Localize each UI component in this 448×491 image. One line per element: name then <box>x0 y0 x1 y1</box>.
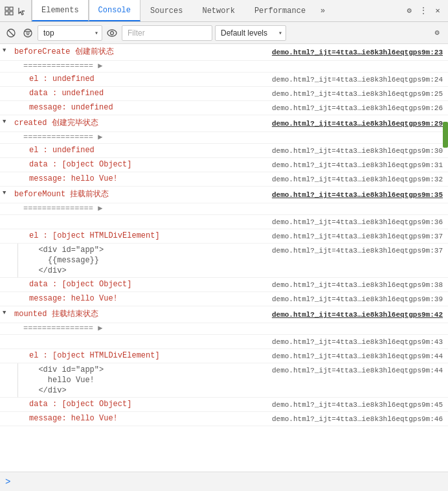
link-38[interactable]: demo.html?_ijt=4tta3…ie8k3hl6eqtgps9m:38 <box>269 278 448 291</box>
expand-gutter[interactable]: ▼ <box>0 117 12 125</box>
link-46[interactable]: demo.html?_ijt=4tta3…ie8k3hl6eqtgps9m:46 <box>269 412 448 426</box>
cursor-icon[interactable] <box>17 6 27 16</box>
tab-overflow[interactable]: » <box>315 0 330 21</box>
link-32[interactable]: demo.html?_ijt=4tta3…ie8k3hl6eqtgps9m:32 <box>269 172 448 186</box>
clear-console-icon[interactable] <box>4 26 18 40</box>
entry-content-36 <box>27 215 269 225</box>
more-icon[interactable]: ⋮ <box>418 6 429 16</box>
entry-30: el : undefined demo.html?_ijt=4tta3…ie8k… <box>0 144 448 158</box>
console-settings-icon[interactable]: ⚙ <box>430 26 444 40</box>
entry-37b: <div id="app"> {{message}} </div> demo.h… <box>0 244 448 278</box>
eye-icon[interactable] <box>105 26 119 40</box>
svg-rect-3 <box>10 12 13 15</box>
gutter <box>0 363 12 365</box>
gutter <box>0 398 12 400</box>
link-44a[interactable]: demo.html?_ijt=4tta3…ie8k3hl6eqtgps9m:44 <box>269 349 448 363</box>
section-header-mounted: ▼ mounted 挂载结束状态 demo.html?_ijt=4tta3…ie… <box>0 306 448 323</box>
link-42[interactable]: demo.html?_ijt=4tta3…ie8k3hl6eqtgps9m:42 <box>269 308 448 321</box>
gutter <box>0 215 12 217</box>
gutter <box>0 132 12 134</box>
indent <box>17 363 27 397</box>
collapse-triangle[interactable]: ▼ <box>3 310 6 316</box>
link-37a[interactable]: demo.html?_ijt=4tta3…ie8k3hl6eqtgps9m:37 <box>269 229 448 243</box>
tab-network[interactable]: Network <box>192 0 244 21</box>
link-25[interactable]: demo.html?_ijt=4tta3…ie8k3hl6eqtgps9m:25 <box>269 87 448 100</box>
gutter <box>0 244 12 246</box>
link-24[interactable]: demo.html?_ijt=4tta3…ie8k3hl6eqtgps9m:24 <box>269 73 448 86</box>
separator-text: =============== ▶ <box>12 61 448 71</box>
entry-content-46: message: hello Vue! <box>27 412 269 425</box>
collapse-triangle[interactable]: ▼ <box>3 119 6 125</box>
entry-26: message: undefined demo.html?_ijt=4tta3…… <box>0 101 448 115</box>
entry-content-44a: el : [object HTMLDivElement] <box>27 349 269 362</box>
svg-line-5 <box>8 30 14 36</box>
expand-gutter[interactable]: ▼ <box>0 308 12 316</box>
entry-content-37b: <div id="app"> {{message}} </div> <box>27 244 269 277</box>
tab-performance[interactable]: Performance <box>245 0 315 21</box>
scrollbar-thumb[interactable] <box>443 122 448 148</box>
link-36[interactable]: demo.html?_ijt=4tta3…ie8k3hl6eqtgps9m:36 <box>269 215 448 229</box>
entry-31: data : [object Object] demo.html?_ijt=4t… <box>0 158 448 172</box>
separator-created: =============== ▶ <box>0 132 448 144</box>
collapse-triangle[interactable]: ▼ <box>3 47 6 54</box>
separator-text: =============== ▶ <box>12 132 448 143</box>
separator-text: =============== ▶ <box>12 203 448 214</box>
link-31[interactable]: demo.html?_ijt=4tta3…ie8k3hl6eqtgps9m:31 <box>269 158 448 172</box>
console-output[interactable]: ▼ beforeCreate 创建前状态 demo.html?_ijt=4tta… <box>0 44 448 472</box>
entry-content-37a: el : [object HTMLDivElement] <box>27 229 269 242</box>
levels-select[interactable]: Default levels <box>215 25 286 41</box>
expand-gutter[interactable]: ▼ <box>0 188 12 196</box>
entry-content-30: el : undefined <box>27 144 269 157</box>
entry-37a: el : [object HTMLDivElement] demo.html?_… <box>0 229 448 244</box>
link-29[interactable]: demo.html?_ijt=4tta3…ie8k3hl6eqtgps9m:29 <box>269 117 448 130</box>
expand-gutter[interactable]: ▼ <box>0 45 12 54</box>
link-35[interactable]: demo.html?_ijt=4tta3…ie8k3hl6eqtgps9m:35 <box>269 188 448 201</box>
entry-content-43 <box>27 335 269 345</box>
gutter <box>0 144 12 146</box>
filter-icon[interactable] <box>21 26 35 40</box>
gutter <box>0 278 12 280</box>
bottom-bar: > <box>0 472 448 491</box>
gutter <box>0 87 12 89</box>
gutter <box>0 292 12 294</box>
entry-content-31: data : [object Object] <box>27 158 269 171</box>
tab-console[interactable]: Console <box>89 0 140 21</box>
tab-sources[interactable]: Sources <box>140 0 192 21</box>
entry-content-24: el : undefined <box>27 73 269 86</box>
separator-text: =============== ▶ <box>12 323 448 334</box>
svg-rect-1 <box>10 7 13 10</box>
link-26[interactable]: demo.html?_ijt=4tta3…ie8k3hl6eqtgps9m:26 <box>269 101 448 115</box>
link-44b[interactable]: demo.html?_ijt=4tta3…ie8k3hl6eqtgps9m:44 <box>269 363 448 377</box>
inspect-icon[interactable] <box>4 6 14 16</box>
tab-bar: Elements Console Sources Network Perform… <box>0 0 448 22</box>
link-23[interactable]: demo.html?_ijt=4tta3…ie8k3hl6eqtgps9m:23 <box>269 45 448 59</box>
collapse-triangle[interactable]: ▼ <box>3 190 6 196</box>
link-39[interactable]: demo.html?_ijt=4tta3…ie8k3hl6eqtgps9m:39 <box>269 292 448 306</box>
entry-content-32: message: hello Vue! <box>27 172 269 185</box>
separator-beforecreate: =============== ▶ <box>0 61 448 73</box>
section-label-mounted: mounted 挂载结束状态 <box>12 308 269 321</box>
close-icon[interactable]: ✕ <box>432 6 443 16</box>
tab-bar-right: ⚙ ⋮ ✕ <box>399 0 448 21</box>
context-selector[interactable]: top <box>38 25 102 41</box>
gutter <box>0 412 12 414</box>
link-37b[interactable]: demo.html?_ijt=4tta3…ie8k3hl6eqtgps9m:37 <box>269 244 448 257</box>
entry-39: message: hello Vue! demo.html?_ijt=4tta3… <box>0 292 448 306</box>
tab-bar-left-icons <box>0 0 32 21</box>
entry-content-38: data : [object Object] <box>27 278 269 291</box>
link-43[interactable]: demo.html?_ijt=4tta3…ie8k3hl6eqtgps9m:43 <box>269 335 448 348</box>
entry-25: data : undefined demo.html?_ijt=4tta3…ie… <box>0 87 448 101</box>
gutter <box>0 172 12 174</box>
filter-input[interactable] <box>122 25 212 41</box>
link-30[interactable]: demo.html?_ijt=4tta3…ie8k3hl6eqtgps9m:30 <box>269 144 448 157</box>
tab-elements[interactable]: Elements <box>32 0 89 21</box>
gutter <box>0 203 12 205</box>
section-label-beforemount: beforeMount 挂载前状态 <box>12 188 269 201</box>
svg-point-10 <box>107 30 117 36</box>
entry-46: message: hello Vue! demo.html?_ijt=4tta3… <box>0 412 448 426</box>
gutter <box>0 61 12 63</box>
console-prompt: > <box>5 477 443 487</box>
settings-icon[interactable]: ⚙ <box>404 6 414 16</box>
section-header-beforecreate: ▼ beforeCreate 创建前状态 demo.html?_ijt=4tta… <box>0 44 448 61</box>
link-45[interactable]: demo.html?_ijt=4tta3…ie8k3hl6eqtgps9m:45 <box>269 398 448 411</box>
